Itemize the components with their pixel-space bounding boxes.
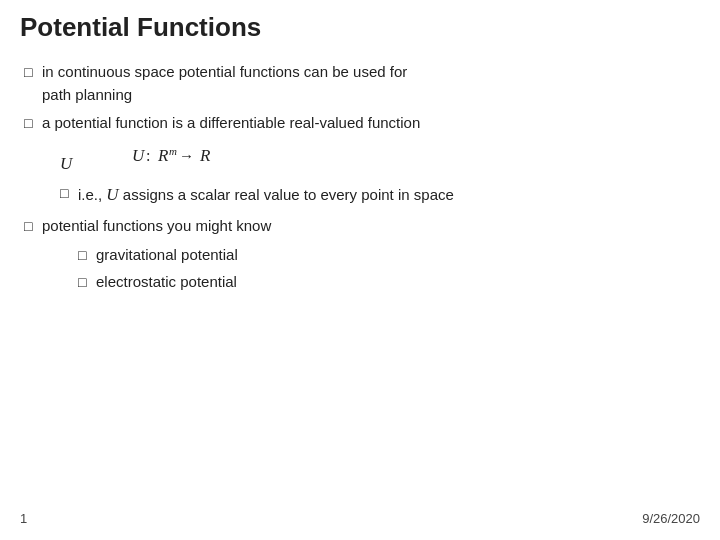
svg-text::: : <box>146 147 150 164</box>
slide-title: Potential Functions <box>20 12 700 43</box>
bullet-1: □ in continuous space potential function… <box>24 61 700 106</box>
u-symbol-ie: U <box>106 185 118 204</box>
bullet-marker-2: □ <box>24 113 42 134</box>
sub-bullet-electrostatic: □ electrostatic potential <box>78 271 700 294</box>
sub-bullet-text-ie: i.e., U assigns a scalar real value to e… <box>78 182 700 208</box>
sub-bullet-text-grav: gravitational potential <box>96 244 700 267</box>
content-area: □ in continuous space potential function… <box>20 61 700 294</box>
svg-text:m: m <box>169 145 177 157</box>
bullet-2: □ a potential function is a differentiab… <box>24 112 700 135</box>
bullet-text-3: potential functions you might know <box>42 215 700 238</box>
sub-bullet-marker-grav: □ <box>78 245 96 266</box>
sub-bullet-marker-ie: □ <box>60 183 78 204</box>
svg-text:→: → <box>179 147 194 164</box>
svg-text:R: R <box>157 146 169 165</box>
slide-container: Potential Functions □ in continuous spac… <box>0 0 720 540</box>
sub-bullet-gravitational: □ gravitational potential <box>78 244 700 267</box>
bullet-marker-1: □ <box>24 62 42 83</box>
formula: U : R m → R <box>132 141 252 172</box>
bullet-3: □ potential functions you might know <box>24 215 700 238</box>
footer: 1 9/26/2020 <box>20 511 700 526</box>
svg-text:U: U <box>132 146 146 165</box>
page-number: 1 <box>20 511 27 526</box>
bullet-text-2: a potential function is a differentiable… <box>42 112 700 135</box>
u-symbol: U <box>60 154 72 174</box>
bullet-marker-3: □ <box>24 216 42 237</box>
sub-bullet-ie: □ i.e., U assigns a scalar real value to… <box>60 182 700 208</box>
sub-bullet-text-elec: electrostatic potential <box>96 271 700 294</box>
bullet-text-1: in continuous space potential functions … <box>42 61 700 106</box>
svg-text:R: R <box>199 146 211 165</box>
sub-bullet-marker-elec: □ <box>78 272 96 293</box>
math-row: U U : R m → R <box>60 141 700 174</box>
date: 9/26/2020 <box>642 511 700 526</box>
